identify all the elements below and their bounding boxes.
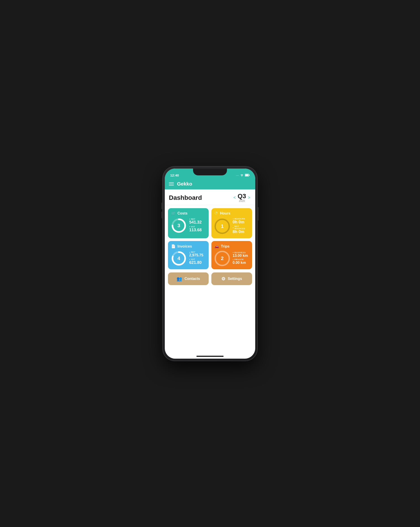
period-quarter: Q3 (238, 193, 246, 199)
signal-icon: ···· (236, 174, 239, 177)
costs-title: Costs (178, 211, 187, 215)
invoices-title: Invoices (178, 244, 192, 248)
costs-card-header: 🛒 Costs (171, 211, 205, 216)
hours-title: Hours (220, 211, 230, 215)
wifi-icon (240, 174, 244, 177)
hours-stats: INVOICED 0h 0m NOT INVOICED 8h 0m (233, 218, 249, 235)
invoices-donut: 4 (171, 251, 187, 266)
period-prev-button[interactable]: < (233, 195, 237, 200)
trips-private-value: 0.00 km (233, 261, 249, 265)
hours-not-invoiced-row: NOT INVOICED 8h 0m (233, 225, 249, 234)
costs-net-row: NET 541.32 (189, 218, 205, 225)
home-indicator (196, 356, 224, 357)
costs-vat-value: 113.68 (189, 228, 205, 232)
invoices-net-row: NET 2,975.75 (189, 251, 205, 257)
contacts-label: Contacts (184, 277, 200, 281)
invoices-icon: 📄 (171, 244, 176, 248)
volume-up-button (161, 203, 163, 209)
invoices-body: 4 NET 2,975.75 VAT 621.80 (171, 251, 205, 266)
hours-body: 1 INVOICED 0h 0m NOT INVOICED 8h 0m (215, 218, 249, 235)
invoices-count: 4 (178, 255, 180, 261)
trips-card[interactable]: 🚗 Trips 2 BUSINESS 13.00 km PRIVATE (211, 241, 252, 269)
contacts-button[interactable]: 👥 Contacts (168, 273, 209, 285)
menu-button[interactable] (169, 182, 174, 186)
trips-business-row: BUSINESS 13.00 km (233, 251, 249, 258)
trips-icon: 🚗 (215, 244, 219, 248)
trips-donut: 2 (215, 251, 230, 266)
trips-private-label: PRIVATE (233, 258, 249, 261)
invoices-card[interactable]: 📄 Invoices 4 NET 2,975.75 (168, 241, 209, 269)
period-next-button[interactable]: > (247, 195, 251, 200)
hours-invoiced-value: 0h 0m (233, 220, 249, 224)
invoices-card-header: 📄 Invoices (171, 244, 205, 248)
status-bar: 12:40 ···· (165, 169, 255, 178)
costs-count: 3 (178, 223, 180, 229)
invoices-net-value: 2,975.75 (189, 253, 205, 257)
settings-label: Settings (228, 277, 242, 281)
phone-screen: 12:40 ···· (165, 169, 255, 359)
phone-device: 12:40 ···· (163, 166, 257, 361)
hours-card-header: ⏱ Hours (215, 211, 249, 215)
period-label: Q3 2020 (238, 193, 246, 203)
cards-grid: 🛒 Costs 3 NET 541.32 (165, 205, 255, 273)
invoices-net-label: NET (189, 251, 205, 253)
trips-title: Trips (221, 244, 230, 248)
costs-vat-label: VAT (189, 226, 205, 228)
dashboard-header: Dashboard < Q3 2020 > (165, 189, 255, 205)
trips-count: 2 (221, 255, 224, 261)
status-icons: ···· (236, 174, 250, 177)
svg-rect-1 (245, 174, 248, 176)
costs-vat-row: VAT 113.68 (189, 226, 205, 232)
volume-down-button (161, 212, 163, 218)
period-nav: < Q3 2020 > (233, 193, 251, 203)
hours-card[interactable]: ⏱ Hours 1 INVOICED 0h 0m NOT INVOICED (211, 208, 252, 239)
hours-not-invoiced-value: 8h 0m (233, 230, 249, 234)
top-nav: Gekko (165, 178, 255, 189)
page-title: Dashboard (169, 194, 202, 201)
hours-count: 1 (221, 223, 224, 229)
costs-donut: 3 (171, 218, 187, 233)
invoices-vat-row: VAT 621.80 (189, 258, 205, 265)
svg-rect-2 (249, 175, 250, 176)
notch (193, 169, 227, 175)
settings-icon: ⚙ (221, 276, 225, 282)
trips-body: 2 BUSINESS 13.00 km PRIVATE 0.00 km (215, 251, 249, 266)
trips-business-value: 13.00 km (233, 254, 249, 258)
costs-body: 3 NET 541.32 VAT 113.68 (171, 218, 205, 233)
costs-icon: 🛒 (171, 211, 176, 216)
hours-not-invoiced-label: NOT INVOICED (233, 225, 249, 230)
hours-invoiced-label: INVOICED (233, 218, 249, 220)
costs-card[interactable]: 🛒 Costs 3 NET 541.32 (168, 208, 209, 239)
invoices-stats: NET 2,975.75 VAT 621.80 (189, 251, 205, 266)
trips-business-label: BUSINESS (233, 251, 249, 254)
app-title: Gekko (177, 181, 192, 187)
trips-stats: BUSINESS 13.00 km PRIVATE 0.00 km (233, 251, 249, 266)
period-year: 2020 (238, 199, 246, 203)
costs-stats: NET 541.32 VAT 113.68 (189, 218, 205, 233)
power-button (257, 207, 259, 221)
invoices-vat-value: 621.80 (189, 261, 205, 265)
costs-net-value: 541.32 (189, 220, 205, 225)
trips-private-row: PRIVATE 0.00 km (233, 258, 249, 265)
hours-donut: 1 (215, 219, 230, 234)
hours-invoiced-row: INVOICED 0h 0m (233, 218, 249, 224)
settings-button[interactable]: ⚙ Settings (211, 273, 252, 285)
contacts-icon: 👥 (177, 276, 182, 282)
bottom-buttons: 👥 Contacts ⚙ Settings (165, 273, 255, 288)
hours-icon: ⏱ (215, 211, 218, 215)
battery-icon (245, 174, 250, 177)
status-time: 12:40 (170, 173, 179, 177)
trips-card-header: 🚗 Trips (215, 244, 249, 248)
